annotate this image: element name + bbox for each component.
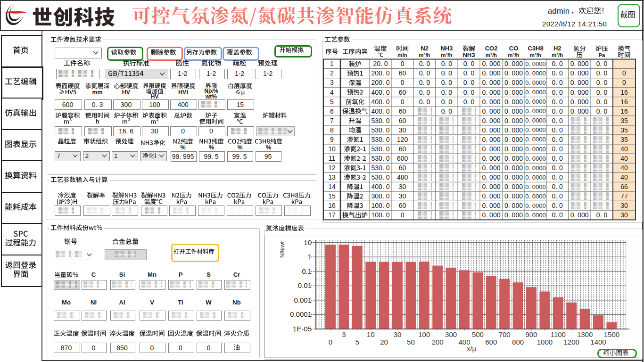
svg-text:0.001: 0.001 [294, 296, 312, 304]
svg-text:20: 20 [380, 338, 388, 346]
svg-text:x/μ: x/μ [467, 345, 476, 353]
svg-text:1400: 1400 [590, 338, 606, 346]
svg-text:N%wt: N%wt [279, 241, 286, 258]
svg-text:50: 50 [407, 338, 415, 346]
svg-text:100: 100 [418, 330, 430, 338]
svg-text:1300: 1300 [577, 330, 593, 338]
svg-text:200: 200 [432, 338, 444, 346]
svg-text:500: 500 [472, 330, 484, 338]
svg-text:0.0001: 0.0001 [290, 310, 312, 318]
svg-text:1E-05: 1E-05 [293, 325, 312, 333]
svg-text:1500: 1500 [604, 330, 619, 338]
svg-text:3: 3 [342, 330, 346, 338]
svg-text:30: 30 [394, 330, 402, 338]
svg-text:800: 800 [512, 338, 524, 346]
svg-text:10: 10 [304, 239, 312, 247]
svg-text:0.1: 0.1 [302, 267, 312, 275]
svg-text:0.01: 0.01 [298, 281, 312, 289]
svg-text:1000: 1000 [537, 338, 553, 346]
svg-text:5: 5 [355, 338, 359, 346]
svg-text:1: 1 [308, 253, 312, 261]
svg-text:700: 700 [499, 330, 511, 338]
svg-text:0: 0 [329, 338, 332, 346]
svg-text:300: 300 [445, 330, 457, 338]
svg-text:1200: 1200 [564, 338, 579, 346]
svg-text:600: 600 [485, 338, 497, 346]
svg-text:900: 900 [525, 330, 537, 338]
svg-text:10: 10 [367, 330, 375, 338]
svg-text:400: 400 [458, 338, 470, 346]
svg-text:1100: 1100 [551, 330, 566, 338]
